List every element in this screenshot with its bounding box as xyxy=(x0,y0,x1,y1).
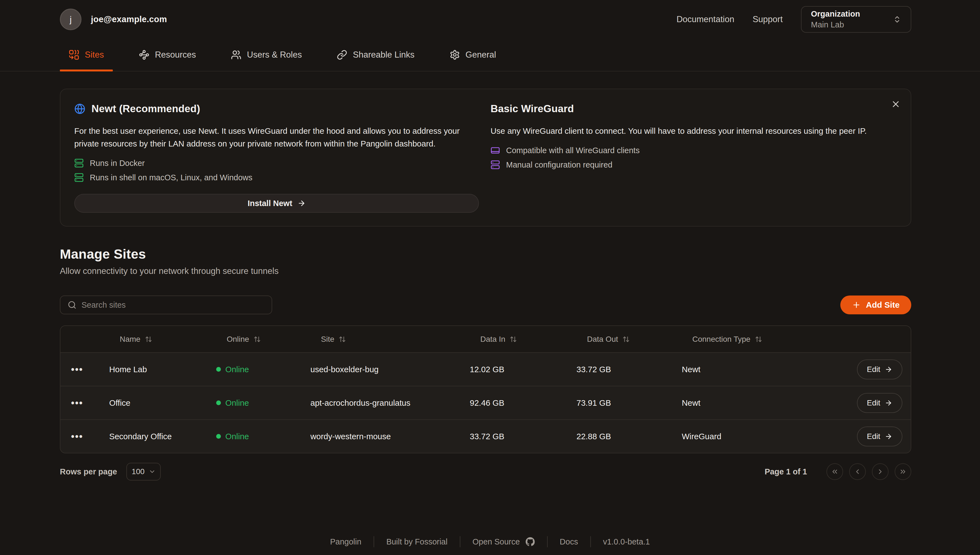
chevrons-up-down-icon xyxy=(893,15,901,24)
chevron-right-icon xyxy=(876,468,884,475)
search-input[interactable] xyxy=(82,300,264,310)
footer-docs-link[interactable]: Docs xyxy=(548,537,591,546)
github-icon xyxy=(525,537,535,546)
data-in-value: 12.02 GB xyxy=(454,365,561,374)
documentation-link[interactable]: Documentation xyxy=(676,14,734,24)
search-icon xyxy=(68,300,77,310)
row-actions-button[interactable]: ••• xyxy=(71,364,83,374)
page-indicator: Page 1 of 1 xyxy=(764,467,807,476)
chevrons-left-icon xyxy=(831,468,838,475)
previous-page-button[interactable] xyxy=(849,464,866,480)
page-subtitle: Allow connectivity to your network throu… xyxy=(60,266,911,276)
page-title: Manage Sites xyxy=(60,247,911,262)
users-icon xyxy=(231,50,241,60)
tab-general[interactable]: General xyxy=(441,39,505,71)
user-email: joe@example.com xyxy=(91,14,167,24)
status-badge: Online xyxy=(201,398,295,407)
column-header-site[interactable]: Site xyxy=(295,335,454,344)
rows-per-page-select[interactable]: 100 xyxy=(126,463,161,481)
data-in-value: 92.46 GB xyxy=(454,398,561,407)
column-header-data-in[interactable]: Data In xyxy=(454,335,561,344)
next-page-button[interactable] xyxy=(872,464,888,480)
search-box xyxy=(60,295,272,314)
globe-icon xyxy=(74,103,85,114)
data-out-value: 33.72 GB xyxy=(561,365,666,374)
plus-icon xyxy=(852,300,861,310)
column-header-data-out[interactable]: Data Out xyxy=(561,335,666,344)
arrow-right-icon xyxy=(885,366,892,373)
install-newt-button[interactable]: Install Newt xyxy=(74,194,479,213)
sort-icon xyxy=(755,336,762,343)
tab-label: Users & Roles xyxy=(247,50,302,60)
organization-selector[interactable]: Organization Main Lab xyxy=(801,6,911,33)
tab-bar: Sites Resources Users & Roles Shareable … xyxy=(0,39,980,71)
close-icon[interactable] xyxy=(891,99,901,109)
data-out-value: 73.91 GB xyxy=(561,398,666,407)
wireguard-bullet-compatible: Compatible with all WireGuard clients xyxy=(491,146,897,155)
site-slug: used-boxelder-bug xyxy=(295,365,454,374)
support-link[interactable]: Support xyxy=(753,14,783,24)
connection-methods-card: Newt (Recommended) For the best user exp… xyxy=(60,88,911,226)
data-in-value: 33.72 GB xyxy=(454,432,561,441)
newt-description: For the best user experience, use Newt. … xyxy=(74,125,481,150)
column-header-name[interactable]: Name xyxy=(94,335,201,344)
tab-sites[interactable]: Sites xyxy=(60,39,113,71)
footer-open-source-link[interactable]: Open Source xyxy=(460,537,547,546)
sort-icon xyxy=(510,336,517,343)
arrow-right-icon xyxy=(885,399,892,407)
chevron-down-icon xyxy=(148,468,156,475)
data-out-value: 22.88 GB xyxy=(561,432,666,441)
top-bar: j joe@example.com Documentation Support … xyxy=(0,0,980,39)
tab-shareable-links[interactable]: Shareable Links xyxy=(328,39,423,71)
organization-label: Organization xyxy=(811,10,860,19)
table-row: ••• Secondary Office Online wordy-wester… xyxy=(60,419,911,453)
table-row: ••• Office Online apt-acrochordus-granul… xyxy=(60,386,911,419)
footer-built-by: Built by Fossorial xyxy=(374,537,460,546)
wireguard-section: Basic WireGuard Use any WireGuard client… xyxy=(491,103,897,213)
avatar[interactable]: j xyxy=(60,9,82,30)
table-row: ••• Home Lab Online used-boxelder-bug 12… xyxy=(60,352,911,386)
edit-button[interactable]: Edit xyxy=(857,427,903,446)
footer-pangolin: Pangolin xyxy=(318,537,373,546)
sort-icon xyxy=(254,336,261,343)
sort-icon xyxy=(145,336,152,343)
credit-card-icon xyxy=(491,146,500,155)
connection-type-value: WireGuard xyxy=(666,432,837,441)
server-icon xyxy=(74,159,84,168)
tab-label: Resources xyxy=(155,50,196,60)
site-name: Secondary Office xyxy=(94,432,201,441)
row-actions-button[interactable]: ••• xyxy=(71,398,83,408)
newt-bullet-docker: Runs in Docker xyxy=(74,159,481,168)
user-menu[interactable]: j joe@example.com xyxy=(60,9,167,30)
status-badge: Online xyxy=(201,432,295,441)
online-dot-icon xyxy=(216,401,221,405)
link-icon xyxy=(337,50,347,60)
add-site-button[interactable]: Add Site xyxy=(840,295,911,314)
sites-toolbar: Add Site xyxy=(60,295,911,314)
server-icon xyxy=(491,160,500,170)
row-actions-button[interactable]: ••• xyxy=(71,431,83,441)
edit-button[interactable]: Edit xyxy=(857,359,903,379)
tab-users-roles[interactable]: Users & Roles xyxy=(222,39,311,71)
edit-button[interactable]: Edit xyxy=(857,393,903,413)
wireguard-title: Basic WireGuard xyxy=(491,103,574,115)
tab-label: Sites xyxy=(85,50,104,60)
first-page-button[interactable] xyxy=(827,464,843,480)
site-slug: wordy-western-mouse xyxy=(295,432,454,441)
site-name: Office xyxy=(94,398,201,407)
tab-resources[interactable]: Resources xyxy=(130,39,205,71)
arrow-right-icon xyxy=(298,199,306,207)
tab-label: Shareable Links xyxy=(353,50,414,60)
combine-icon xyxy=(69,50,79,60)
wireguard-description: Use any WireGuard client to connect. You… xyxy=(491,125,897,137)
last-page-button[interactable] xyxy=(895,464,911,480)
organization-value: Main Lab xyxy=(811,20,860,29)
wireguard-bullet-manual: Manual configuration required xyxy=(491,160,897,170)
rows-per-page-label: Rows per page xyxy=(60,467,117,476)
newt-section: Newt (Recommended) For the best user exp… xyxy=(74,103,481,213)
column-header-online[interactable]: Online xyxy=(201,335,295,344)
column-header-connection-type[interactable]: Connection Type xyxy=(666,335,837,344)
newt-title: Newt (Recommended) xyxy=(92,103,200,115)
footer: Pangolin Built by Fossorial Open Source … xyxy=(0,536,980,547)
table-header-row: Name Online Site Data In Data Out Connec… xyxy=(60,326,911,352)
